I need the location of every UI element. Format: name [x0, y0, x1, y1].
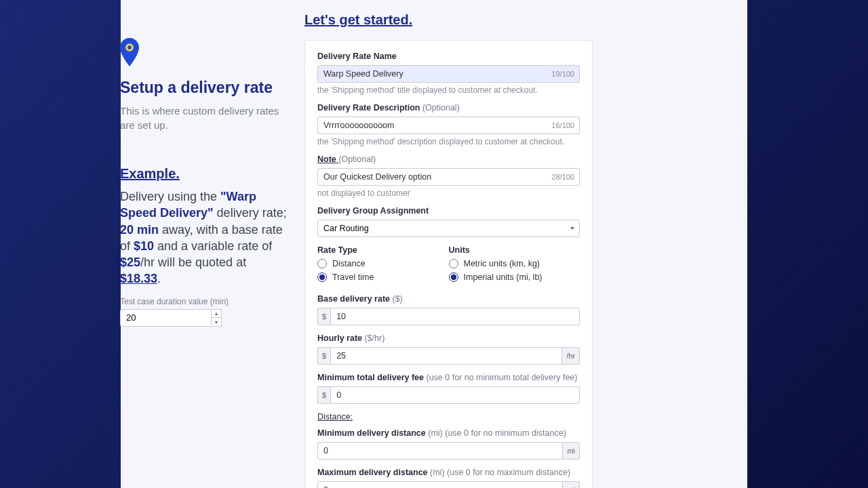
form-card: Delivery Rate Name 19/100 the 'Shipping … — [304, 40, 593, 488]
note-label: Note (Optional) — [317, 155, 580, 164]
min-dist-label: Minimum delivery distance (mi) (use 0 fo… — [317, 428, 580, 438]
unit-suffix: mi — [563, 481, 580, 488]
name-input[interactable] — [317, 65, 580, 83]
unit-suffix: mi — [563, 442, 580, 460]
units-label: Units — [449, 245, 580, 255]
radio-imperial[interactable]: Imperial units (mi, lb) — [449, 272, 580, 282]
radio-metric[interactable]: Metric units (km, kg) — [449, 259, 580, 268]
rate-type-label: Rate Type — [317, 245, 449, 255]
svg-point-1 — [127, 45, 132, 49]
spinner-up-icon: ▲ — [212, 309, 222, 318]
hourly-rate-label: Hourly rate ($/hr) — [317, 333, 580, 343]
setup-desc: This is where custom delivery rates are … — [120, 104, 288, 132]
currency-prefix: $ — [317, 347, 330, 365]
min-fee-label: Minimum total delivery fee (use 0 for no… — [317, 373, 580, 382]
note-input[interactable] — [317, 168, 580, 186]
base-rate-label: Base delivery rate ($) — [317, 294, 580, 304]
max-dist-input[interactable] — [317, 481, 563, 488]
min-fee-input[interactable] — [330, 386, 580, 404]
base-rate-input[interactable] — [330, 308, 580, 325]
max-dist-label: Maximum delivery distance (mi) (use 0 fo… — [317, 468, 580, 477]
note-helper: not displayed to customer — [317, 188, 580, 198]
number-spinner[interactable]: ▲▼ — [211, 309, 222, 327]
setup-title: Setup a delivery rate — [120, 79, 288, 97]
name-label: Delivery Rate Name — [317, 52, 580, 61]
desc-label: Delivery Rate Description (Optional) — [317, 103, 580, 113]
name-helper: the 'Shipping method' title displayed to… — [317, 85, 580, 95]
name-counter: 19/100 — [551, 70, 574, 78]
group-select[interactable]: Car Routing — [317, 220, 580, 237]
hourly-rate-input[interactable] — [330, 347, 562, 365]
note-counter: 28/100 — [551, 173, 574, 181]
example-text: Delivery using the "Warp Speed Delivery"… — [120, 188, 288, 287]
test-duration-input[interactable] — [120, 309, 222, 327]
rate-suffix: /hr — [562, 347, 580, 365]
spinner-down-icon: ▼ — [212, 317, 222, 327]
main-heading: Let's get started. — [304, 12, 747, 28]
test-duration-label: Test case duration value (min) — [120, 297, 288, 306]
currency-prefix: $ — [317, 308, 330, 325]
min-dist-input[interactable] — [317, 442, 563, 460]
desc-input[interactable] — [317, 117, 580, 134]
radio-distance[interactable]: Distance — [317, 259, 449, 268]
group-label: Delivery Group Assignment — [317, 206, 580, 216]
location-pin-icon — [120, 38, 288, 69]
example-heading: Example. — [120, 166, 288, 182]
radio-travel-time[interactable]: Travel time — [317, 272, 449, 282]
currency-prefix: $ — [317, 386, 330, 404]
distance-subheading: Distance: — [317, 412, 580, 422]
desc-counter: 16/100 — [551, 121, 574, 129]
desc-helper: the 'Shipping method' description displa… — [317, 137, 580, 146]
